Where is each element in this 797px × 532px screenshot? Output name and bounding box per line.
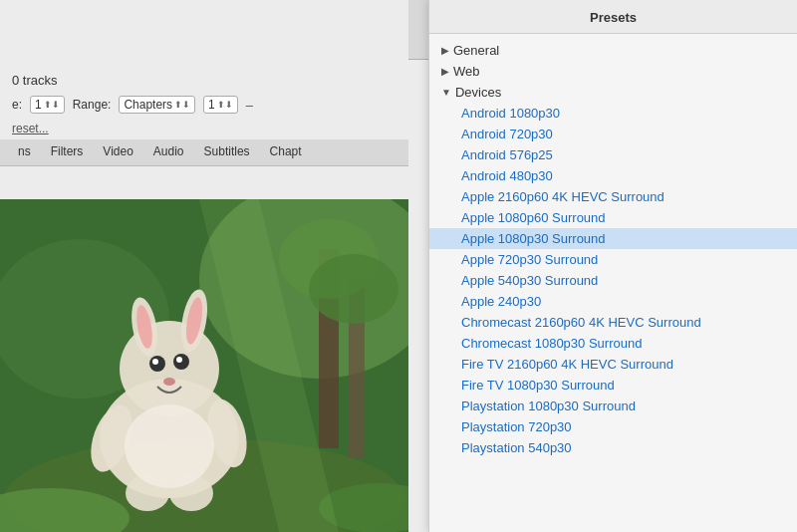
svg-point-32 [163, 378, 175, 386]
chapter-arrows: ⬆⬇ [217, 100, 233, 110]
svg-point-30 [152, 359, 158, 365]
preset-chromecast-2160p60[interactable]: Chromecast 2160p60 4K HEVC Surround [429, 312, 797, 333]
section-web[interactable]: ▶ Web [429, 61, 797, 82]
chapter-stepper[interactable]: 1 ⬆⬇ [203, 96, 238, 114]
dash: – [246, 98, 253, 113]
tracks-info: 0 tracks [0, 65, 408, 92]
preset-firetv-1080p30[interactable]: Fire TV 1080p30 Surround [429, 375, 797, 396]
preset-android-576p25[interactable]: Android 576p25 [429, 144, 797, 165]
tracks-label: 0 tracks [12, 73, 58, 88]
preset-apple-240p30[interactable]: Apple 240p30 [429, 291, 797, 312]
preset-firetv-2160p60[interactable]: Fire TV 2160p60 4K HEVC Surround [429, 354, 797, 375]
tab-audio[interactable]: Audio [143, 139, 194, 165]
range-arrows: ⬆⬇ [174, 100, 190, 110]
range-select[interactable]: Chapters ⬆⬇ [119, 96, 195, 114]
svg-point-31 [176, 357, 182, 363]
preset-android-480p30[interactable]: Android 480p30 [429, 165, 797, 186]
title-stepper[interactable]: 1 ⬆⬇ [30, 96, 65, 114]
preset-playstation-540p30[interactable]: Playstation 540p30 [429, 437, 797, 458]
tab-subtitles[interactable]: Subtitles [194, 139, 260, 165]
presets-title: Presets [590, 10, 637, 25]
title-row: e: 1 ⬆⬇ Range: Chapters ⬆⬇ 1 ⬆⬇ – [0, 92, 408, 118]
range-value: Chapters [124, 98, 172, 112]
preset-android-1080p30[interactable]: Android 1080p30 [429, 103, 797, 124]
presets-panel: Presets ▶ General ▶ Web ▼ Devices Androi… [428, 0, 797, 532]
preset-apple-1080p60[interactable]: Apple 1080p60 Surround [429, 207, 797, 228]
preset-apple-2160p60[interactable]: Apple 2160p60 4K HEVC Surround [429, 186, 797, 207]
preset-apple-540p30[interactable]: Apple 540p30 Surround [429, 270, 797, 291]
section-general[interactable]: ▶ General [429, 40, 797, 61]
tab-filters[interactable]: Filters [41, 139, 94, 165]
section-devices[interactable]: ▼ Devices [429, 82, 797, 103]
title-label: e: [12, 98, 22, 112]
stepper-arrows: ⬆⬇ [44, 100, 60, 110]
preset-apple-1080p30[interactable]: Apple 1080p30 Surround [429, 228, 797, 249]
general-triangle: ▶ [441, 45, 449, 56]
general-label: General [453, 43, 499, 58]
preset-apple-720p30[interactable]: Apple 720p30 Surround [429, 249, 797, 270]
tabs-bar: ns Filters Video Audio Subtitles Chapt [0, 139, 408, 166]
chapter-value: 1 [208, 98, 215, 112]
title-value: 1 [35, 98, 42, 112]
devices-triangle: ▼ [441, 87, 451, 98]
tab-video[interactable]: Video [93, 139, 142, 165]
web-triangle: ▶ [441, 66, 449, 77]
preset-playstation-720p30[interactable]: Playstation 720p30 [429, 416, 797, 437]
reset-link[interactable]: reset... [0, 118, 408, 139]
preset-chromecast-1080p30[interactable]: Chromecast 1080p30 Surround [429, 333, 797, 354]
presets-list[interactable]: ▶ General ▶ Web ▼ Devices Android 1080p3… [429, 34, 797, 506]
devices-label: Devices [455, 85, 501, 100]
left-panel: 0 tracks e: 1 ⬆⬇ Range: Chapters ⬆⬇ 1 ⬆⬇… [0, 0, 408, 532]
svg-point-37 [125, 404, 214, 488]
video-preview [0, 199, 408, 532]
preset-playstation-1080p30[interactable]: Playstation 1080p30 Surround [429, 396, 797, 416]
range-label: Range: [73, 98, 112, 112]
presets-panel-header: Presets [429, 0, 797, 34]
svg-point-20 [309, 254, 398, 324]
tab-chapters[interactable]: Chapt [260, 139, 312, 165]
preset-android-720p30[interactable]: Android 720p30 [429, 124, 797, 144]
tab-ns[interactable]: ns [8, 139, 41, 165]
web-label: Web [453, 64, 480, 79]
